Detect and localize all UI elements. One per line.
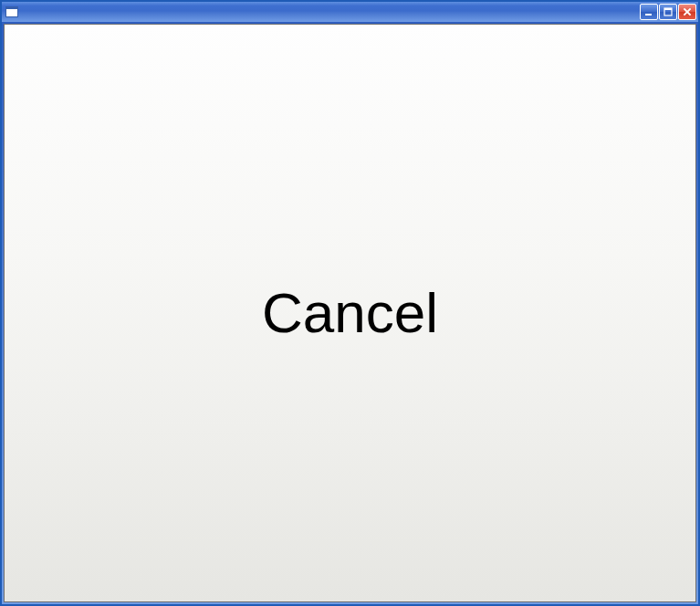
window-controls [640,4,696,20]
close-icon [683,7,692,16]
cancel-button[interactable]: Cancel [4,24,696,602]
svg-rect-0 [645,14,652,16]
cancel-button-label: Cancel [262,285,438,341]
window-client-border: Cancel [2,22,698,604]
window-frame: Cancel [0,0,700,606]
titlebar[interactable] [2,2,698,22]
minimize-icon [644,7,653,16]
system-menu-icon[interactable] [5,6,18,17]
maximize-button[interactable] [659,4,677,20]
minimize-button[interactable] [640,4,658,20]
window-client-area: Cancel [4,24,696,602]
close-button[interactable] [678,4,696,20]
svg-rect-2 [664,8,672,10]
maximize-icon [663,7,673,16]
